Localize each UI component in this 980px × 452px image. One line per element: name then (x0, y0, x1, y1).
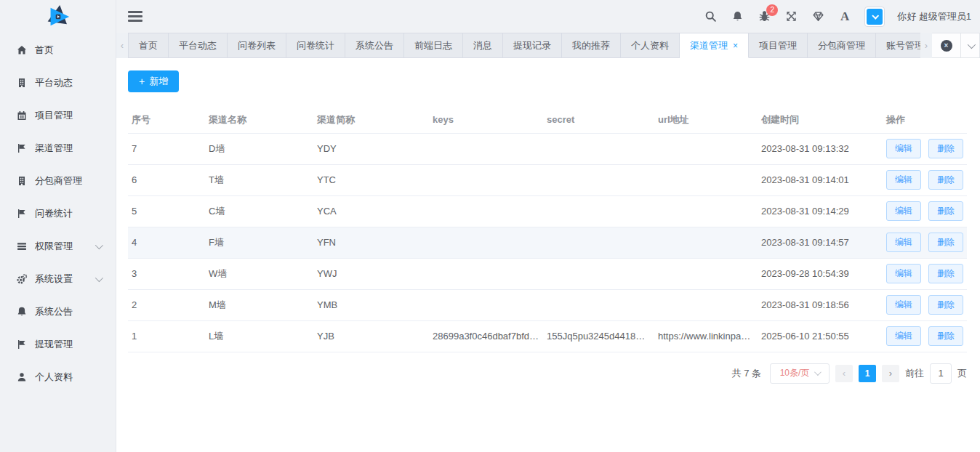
goto-label: 前往 (905, 367, 924, 380)
bug-icon[interactable]: 2 (757, 9, 771, 24)
diamond-icon[interactable] (811, 9, 825, 24)
add-button[interactable]: + 新增 (128, 70, 179, 92)
pagination-total: 共 7 条 (732, 367, 761, 380)
sidebar-item-channels[interactable]: 渠道管理 (0, 132, 116, 164)
navbar-right: 2 A 你好 超级管理员1 (703, 7, 971, 27)
tab-channel-management[interactable]: 渠道管理× (680, 33, 749, 58)
tab-subcontractor-management[interactable]: 分包商管理 (808, 33, 876, 58)
delete-button[interactable]: 删除 (928, 326, 963, 346)
table-row-hovered: 4 F墙 YFN 2023-08-31 09:14:57 编辑删除 (128, 227, 967, 258)
bell-icon[interactable] (730, 9, 744, 24)
sidebar-item-label: 系统设置 (35, 273, 73, 286)
search-icon[interactable] (703, 9, 718, 24)
table-row: 1 L墙 YJB 28699a3f0c46dbaf7bfd35… 155Jq5p… (128, 320, 967, 352)
sidebar-item-label: 平台动态 (35, 76, 73, 89)
sidebar-item-subcontractors[interactable]: 分包商管理 (0, 164, 116, 197)
tab-home[interactable]: 首页 (128, 33, 169, 58)
page-size-select[interactable]: 10条/页 (770, 363, 830, 384)
col-header-keys: keys (429, 107, 543, 133)
col-header-url: url地址 (654, 107, 758, 133)
edit-button[interactable]: 编辑 (886, 170, 921, 190)
plus-icon: + (139, 76, 145, 87)
tab-withdrawal-records[interactable]: 提现记录 (503, 33, 562, 58)
close-tabs-button[interactable]: × (932, 33, 961, 58)
goto-page-input[interactable] (930, 363, 952, 384)
circle-close-icon: × (941, 40, 952, 52)
gear-icon (16, 273, 28, 285)
sidebar-item-profile[interactable]: 个人资料 (0, 360, 116, 393)
chevron-down-icon (967, 40, 975, 48)
top-navbar: 2 A 你好 超级管理员1 (116, 0, 980, 33)
sidebar-item-withdrawals[interactable]: 提现管理 (0, 328, 116, 360)
delete-button[interactable]: 删除 (928, 295, 963, 315)
main-area: 2 A 你好 超级管理员1 ‹ 首页 平台动态 问卷列表 (116, 0, 980, 452)
bell-icon (16, 306, 28, 318)
building-icon (16, 77, 28, 89)
tab-survey-stats[interactable]: 问卷统计 (286, 33, 345, 58)
page-number-current[interactable]: 1 (859, 365, 876, 382)
edit-button[interactable]: 编辑 (886, 295, 921, 315)
delete-button[interactable]: 删除 (928, 233, 963, 252)
delete-button[interactable]: 删除 (928, 170, 963, 190)
tabs-viewport: 首页 平台动态 问卷列表 问卷统计 系统公告 前端日志 消息 提现记录 我的推荐… (128, 33, 920, 58)
sidebar: 首页 平台动态 项目管理 渠道管理 分包商管理 问卷统计 (0, 0, 116, 452)
delete-button[interactable]: 删除 (928, 264, 963, 283)
tabs-scroll-right-icon[interactable]: › (920, 33, 932, 58)
edit-button[interactable]: 编辑 (886, 201, 921, 221)
sidebar-item-label: 问卷统计 (35, 207, 73, 220)
next-page-button[interactable]: › (882, 365, 899, 382)
list-icon (16, 241, 28, 252)
delete-button[interactable]: 删除 (928, 139, 963, 158)
font-size-icon[interactable]: A (838, 9, 852, 24)
tab-messages[interactable]: 消息 (463, 33, 503, 58)
tab-announcements[interactable]: 系统公告 (345, 33, 404, 58)
tab-my-referrals[interactable]: 我的推荐 (562, 33, 621, 58)
pagination: 共 7 条 10条/页 ‹ 1 › 前往 页 (128, 363, 967, 384)
chevron-down-icon (814, 368, 822, 376)
chevron-down-icon (95, 273, 103, 281)
prev-page-button[interactable]: ‹ (835, 365, 853, 382)
edit-button[interactable]: 编辑 (886, 326, 921, 346)
sidebar-item-label: 项目管理 (35, 109, 73, 122)
page-unit-label: 页 (957, 367, 967, 380)
sidebar-item-platform-news[interactable]: 平台动态 (0, 66, 116, 99)
tab-controls: › × (920, 33, 980, 58)
logo-star-icon (44, 3, 72, 31)
table-row: 3 W墙 YWJ 2023-09-28 10:54:39 编辑删除 (128, 258, 967, 289)
tab-project-management[interactable]: 项目管理 (749, 33, 808, 58)
edit-button[interactable]: 编辑 (886, 139, 921, 158)
user-avatar[interactable] (864, 7, 885, 27)
sidebar-item-label: 系统公告 (35, 305, 73, 318)
flag-icon (16, 208, 28, 219)
sidebar-item-announcements[interactable]: 系统公告 (0, 295, 116, 328)
sidebar-item-system-settings[interactable]: 系统设置 (0, 262, 116, 295)
sidebar-item-permissions[interactable]: 权限管理 (0, 230, 116, 262)
sidebar-item-survey-stats[interactable]: 问卷统计 (0, 197, 116, 230)
col-header-name: 渠道名称 (205, 107, 313, 133)
tab-frontend-logs[interactable]: 前端日志 (404, 33, 463, 58)
app-logo[interactable] (0, 0, 116, 33)
tab-options-dropdown[interactable] (961, 33, 980, 58)
hamburger-menu-icon[interactable] (128, 9, 142, 25)
tab-account-management[interactable]: 账号管理 (876, 33, 920, 58)
bug-badge: 2 (766, 4, 778, 16)
calendar-icon (16, 110, 28, 121)
edit-button[interactable]: 编辑 (886, 233, 921, 252)
tab-close-icon[interactable]: × (733, 41, 738, 50)
tab-profile[interactable]: 个人资料 (621, 33, 680, 58)
fullscreen-icon[interactable] (784, 9, 798, 24)
sidebar-item-home[interactable]: 首页 (0, 33, 116, 66)
sidebar-item-projects[interactable]: 项目管理 (0, 99, 116, 132)
sidebar-item-label: 提现管理 (35, 338, 73, 351)
edit-button[interactable]: 编辑 (886, 264, 921, 283)
table-row: 6 T墙 YTC 2023-08-31 09:14:01 编辑删除 (128, 164, 967, 195)
tab-platform-news[interactable]: 平台动态 (169, 33, 228, 58)
tab-survey-list[interactable]: 问卷列表 (228, 33, 286, 58)
avatar-image (867, 9, 883, 25)
sidebar-item-label: 首页 (35, 44, 54, 57)
table-header-row: 序号 渠道名称 渠道简称 keys secret url地址 创建时间 操作 (128, 107, 967, 133)
tabs-scroll-left-icon[interactable]: ‹ (116, 33, 128, 58)
sidebar-item-label: 渠道管理 (35, 142, 73, 155)
delete-button[interactable]: 删除 (928, 201, 963, 221)
tab-bar: ‹ 首页 平台动态 问卷列表 问卷统计 系统公告 前端日志 消息 提现记录 我的… (116, 33, 980, 58)
